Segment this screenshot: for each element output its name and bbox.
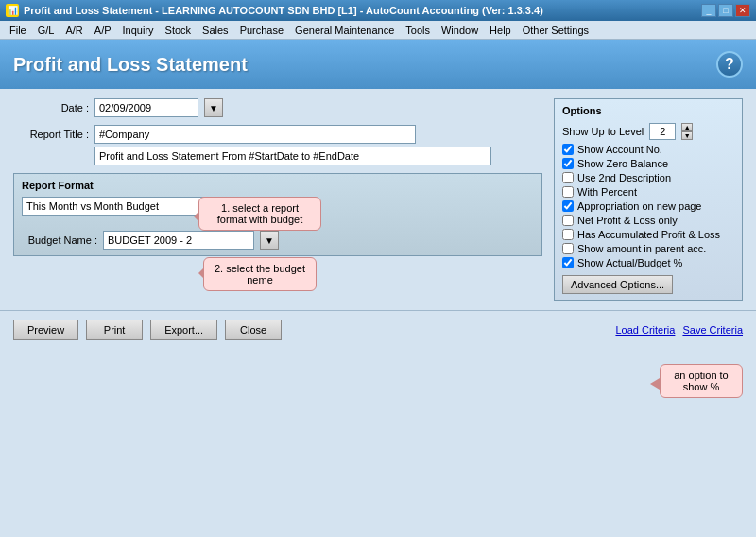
report-format-title: Report Format (22, 180, 534, 191)
budget-name-dropdown-btn[interactable]: ▼ (260, 231, 279, 250)
advanced-options-button[interactable]: Advanced Options... (562, 275, 673, 294)
checkbox-show-actual-budget: Show Actual/Budget % (562, 257, 734, 268)
show-up-to-level-row: Show Up to Level ▲ ▼ (562, 123, 734, 140)
checkbox-net-profit-only-input[interactable] (562, 215, 574, 226)
preview-button[interactable]: Preview (13, 320, 78, 340)
checkbox-show-amount-parent: Show amount in parent acc. (562, 243, 734, 254)
menu-ap[interactable]: A/P (89, 24, 117, 37)
level-down-button[interactable]: ▼ (681, 131, 693, 140)
window-title: Profit and Loss Statement - LEARNING AUT… (24, 5, 543, 16)
page-title: Profit and Loss Statement (13, 54, 248, 76)
checkbox-with-percent: With Percent (562, 186, 734, 198)
budget-name-select[interactable]: BUDGET 2009 - 2 (103, 231, 254, 250)
menu-purchase[interactable]: Purchase (234, 24, 289, 37)
checkbox-show-actual-budget-label: Show Actual/Budget % (577, 257, 682, 268)
close-button[interactable]: Close (225, 320, 282, 340)
level-spinner: ▲ ▼ (681, 123, 693, 140)
date-row: Date : ▼ (13, 98, 542, 117)
menu-other-settings[interactable]: Other Settings (517, 24, 594, 37)
checkbox-with-percent-label: With Percent (577, 186, 637, 198)
checkbox-show-account-no: Show Account No. (562, 144, 734, 155)
callout-show-percent: an option to show % (660, 364, 743, 398)
budget-name-row: Budget Name : BUDGET 2009 - 2 ▼ (22, 231, 534, 250)
menu-bar: File G/L A/R A/P Inquiry Stock Sales Pur… (0, 21, 756, 40)
close-window-button[interactable]: ✕ (735, 4, 750, 17)
checkbox-use-2nd-desc: Use 2nd Description (562, 172, 734, 183)
checkbox-show-zero-balance-input[interactable] (562, 158, 574, 169)
report-format-section: Report Format This Month vs Month Budget… (13, 173, 542, 256)
checkbox-show-amount-parent-input[interactable] (562, 243, 574, 254)
page-header: Profit and Loss Statement ? (0, 40, 756, 89)
checkbox-use-2nd-desc-label: Use 2nd Description (577, 172, 671, 183)
menu-ar[interactable]: A/R (60, 24, 88, 37)
bottom-bar: Preview Print Export... Close Load Crite… (0, 310, 756, 348)
export-button[interactable]: Export... (150, 320, 217, 340)
show-up-to-level-label: Show Up to Level (562, 126, 644, 137)
checkbox-show-amount-parent-label: Show amount in parent acc. (577, 243, 706, 254)
content-area: Date : ▼ Report Title : Report Format Th… (0, 89, 756, 310)
menu-help[interactable]: Help (484, 24, 517, 37)
date-label: Date : (13, 102, 89, 113)
checkbox-show-account-no-input[interactable] (562, 144, 574, 155)
report-title-section: Report Title : (13, 125, 542, 165)
checkbox-use-2nd-desc-input[interactable] (562, 172, 574, 183)
checkbox-show-actual-budget-input[interactable] (562, 257, 574, 268)
report-title-label: Report Title : (13, 129, 89, 140)
app-icon: 📊 (6, 4, 19, 17)
menu-inquiry[interactable]: Inquiry (117, 24, 160, 37)
checkbox-appropriation: Appropriation on new page (562, 200, 734, 212)
checkbox-with-percent-input[interactable] (562, 186, 574, 198)
date-input[interactable] (94, 98, 198, 117)
report-title-input[interactable] (94, 125, 416, 144)
checkbox-accumulated-pl: Has Accumulated Profit & Loss (562, 229, 734, 240)
report-subtitle-input[interactable] (94, 147, 491, 165)
checkbox-show-zero-balance: Show Zero Balance (562, 158, 734, 169)
window-controls: _ □ ✕ (701, 4, 750, 17)
checkbox-net-profit-only: Net Profit & Loss only (562, 215, 734, 226)
options-title: Options (562, 105, 734, 116)
report-title-row: Report Title : (13, 125, 542, 144)
title-bar: 📊 Profit and Loss Statement - LEARNING A… (0, 0, 756, 21)
maximize-button[interactable]: □ (718, 4, 733, 17)
callout-report-format: 1. select a report format with budget (198, 197, 321, 231)
help-button[interactable]: ? (716, 51, 743, 78)
menu-gl[interactable]: G/L (32, 24, 60, 37)
load-criteria-link[interactable]: Load Criteria (615, 324, 675, 336)
menu-stock[interactable]: Stock (160, 24, 198, 37)
menu-file[interactable]: File (4, 24, 32, 37)
menu-window[interactable]: Window (436, 24, 484, 37)
checkbox-show-zero-balance-label: Show Zero Balance (577, 158, 668, 169)
level-up-button[interactable]: ▲ (681, 123, 693, 131)
left-panel: Date : ▼ Report Title : Report Format Th… (13, 98, 542, 301)
save-criteria-link[interactable]: Save Criteria (682, 324, 743, 336)
level-input[interactable] (649, 123, 676, 140)
checkbox-appropriation-input[interactable] (562, 200, 574, 212)
date-picker-button[interactable]: ▼ (204, 98, 223, 117)
callout-budget-name: 2. select the budget neme (203, 257, 317, 291)
options-panel: Options Show Up to Level ▲ ▼ Show Accoun… (554, 98, 743, 301)
checkbox-appropriation-label: Appropriation on new page (577, 200, 701, 212)
checkbox-net-profit-only-label: Net Profit & Loss only (577, 215, 678, 226)
checkbox-accumulated-pl-input[interactable] (562, 229, 574, 240)
menu-general-maintenance[interactable]: General Maintenance (289, 24, 400, 37)
menu-sales[interactable]: Sales (197, 24, 234, 37)
menu-tools[interactable]: Tools (400, 24, 436, 37)
budget-name-label: Budget Name : (22, 234, 97, 246)
minimize-button[interactable]: _ (701, 4, 716, 17)
print-button[interactable]: Print (86, 320, 143, 340)
checkbox-show-account-no-label: Show Account No. (577, 144, 662, 155)
checkbox-accumulated-pl-label: Has Accumulated Profit & Loss (577, 229, 720, 240)
